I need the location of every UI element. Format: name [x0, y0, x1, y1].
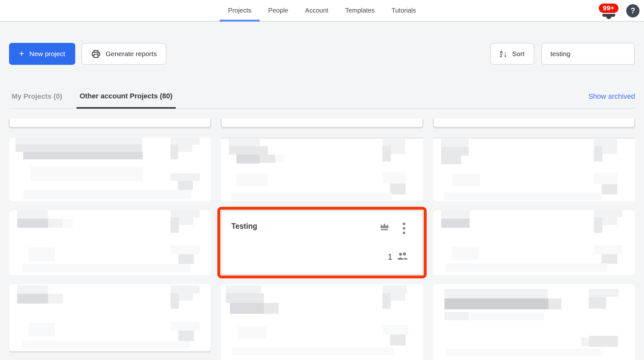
project-card-redacted[interactable]: [9, 210, 211, 275]
project-card-redacted[interactable]: [9, 138, 211, 201]
show-archived-link[interactable]: Show archived: [588, 92, 635, 108]
generate-reports-label: Generate reports: [106, 50, 157, 58]
tab-my-projects[interactable]: My Projects (0): [12, 92, 62, 108]
highlighted-card-wrapper: Testing 1: [221, 210, 423, 275]
projects-page: + New project Generate reports: [0, 43, 644, 360]
redacted-content: [9, 210, 211, 275]
tab-people[interactable]: People: [260, 0, 296, 21]
project-card-redacted[interactable]: [433, 284, 635, 360]
tab-templates[interactable]: Templates: [337, 0, 383, 21]
plus-icon: +: [19, 49, 24, 58]
redacted-content: [221, 138, 423, 201]
my-projects-label: My Projects (0): [12, 92, 62, 100]
card-menu-button[interactable]: [401, 222, 407, 235]
toolbar: + New project Generate reports: [9, 43, 635, 65]
tab-people-label: People: [268, 7, 288, 14]
question-mark-icon: ?: [630, 6, 635, 15]
tab-tutorials[interactable]: Tutorials: [383, 0, 424, 21]
project-card-redacted[interactable]: [9, 284, 211, 352]
generate-reports-button[interactable]: Generate reports: [81, 43, 167, 65]
tab-templates-label: Templates: [345, 7, 375, 14]
redacted-content: [9, 138, 211, 201]
members-count: 1: [388, 252, 392, 262]
people-icon: [397, 252, 408, 262]
search-input[interactable]: [541, 43, 635, 65]
tab-projects[interactable]: Projects: [220, 0, 260, 21]
redacted-content: [433, 210, 635, 275]
printer-icon: [91, 49, 101, 59]
redacted-content: [9, 284, 211, 351]
project-card-grid: Testing 1: [9, 118, 635, 360]
project-card-redacted[interactable]: [221, 138, 423, 201]
project-card-partial[interactable]: [433, 118, 635, 127]
tab-projects-label: Projects: [228, 7, 251, 14]
redacted-content: [433, 138, 635, 201]
project-card-testing[interactable]: Testing 1: [221, 210, 423, 275]
project-title: Testing: [231, 222, 257, 230]
top-navigation: Projects People Account Templates Tutori…: [0, 0, 644, 22]
new-project-button[interactable]: + New project: [9, 43, 75, 65]
members-info: 1: [388, 252, 408, 262]
project-card-redacted[interactable]: [433, 210, 635, 275]
bell-icon: [606, 16, 611, 19]
tab-tutorials-label: Tutorials: [391, 7, 416, 14]
project-card-partial[interactable]: [9, 118, 211, 127]
project-card-redacted[interactable]: [221, 284, 423, 360]
project-card-partial[interactable]: [221, 118, 423, 127]
sort-label: Sort: [512, 50, 525, 58]
redacted-content: [433, 284, 635, 360]
tab-account-label: Account: [305, 7, 328, 14]
tab-other-account-projects[interactable]: Other account Projects (80): [77, 92, 176, 109]
tab-account[interactable]: Account: [297, 0, 337, 21]
other-account-projects-label: Other account Projects (80): [80, 92, 172, 100]
project-tabs-row: My Projects (0) Other account Projects (…: [9, 92, 635, 109]
crown-icon: [379, 222, 390, 232]
new-project-label: New project: [29, 50, 65, 58]
sort-az-icon: A Z ↓: [500, 50, 507, 58]
notifications-button[interactable]: 99+: [598, 3, 619, 19]
redacted-content: [221, 284, 423, 360]
header-actions: 99+ ?: [598, 0, 639, 22]
notifications-badge: 99+: [599, 4, 618, 13]
help-button[interactable]: ?: [626, 4, 639, 17]
project-card-redacted[interactable]: [433, 138, 635, 201]
sort-button[interactable]: A Z ↓ Sort: [490, 43, 534, 65]
